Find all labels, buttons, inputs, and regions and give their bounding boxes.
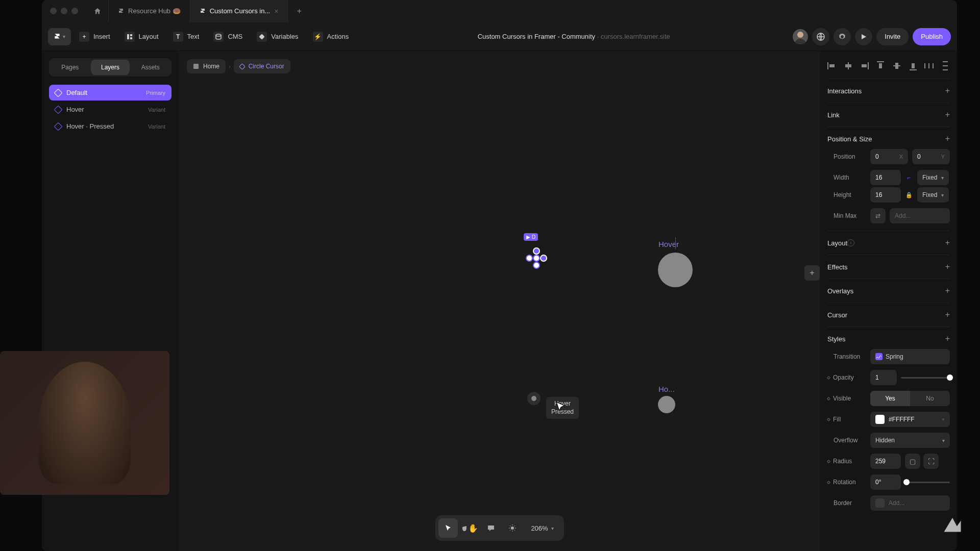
minmax-input[interactable]: Add... xyxy=(890,208,950,223)
add-interaction-button[interactable]: + xyxy=(945,86,950,95)
transition-select[interactable]: Spring xyxy=(870,349,950,364)
visible-toggle: Yes No xyxy=(870,391,950,406)
publish-button[interactable]: Publish xyxy=(913,28,951,45)
layer-label: Hover · Pressed xyxy=(66,122,114,130)
add-styles-button[interactable]: + xyxy=(945,334,950,343)
overflow-select[interactable]: Hidden▾ xyxy=(870,433,950,448)
add-cursor-button[interactable]: + xyxy=(945,310,950,319)
home-button[interactable] xyxy=(86,0,109,22)
traffic-close[interactable] xyxy=(50,8,57,14)
tab-resource-hub[interactable]: Resource Hub 🍩 xyxy=(109,0,190,22)
theme-toggle[interactable] xyxy=(502,518,522,538)
gear-icon xyxy=(838,33,846,41)
clear-fill-button[interactable]: × xyxy=(942,416,945,422)
align-right-icon[interactable] xyxy=(860,61,869,70)
info-icon[interactable]: i xyxy=(847,239,854,246)
variant-dot-icon xyxy=(827,417,830,421)
svg-rect-14 xyxy=(868,62,869,69)
align-bottom-icon[interactable] xyxy=(909,61,918,70)
radius-uniform-button[interactable]: ▢ xyxy=(905,454,920,469)
fill-swatch[interactable] xyxy=(875,415,885,424)
link-wh-icon[interactable]: ⌐ xyxy=(905,174,913,181)
layers-tab[interactable]: Layers xyxy=(91,60,130,75)
svg-point-9 xyxy=(510,527,513,530)
zoom-control[interactable]: 206%▾ xyxy=(524,524,560,532)
fill-input[interactable]: #FFFFFF × xyxy=(870,412,950,427)
tab-custom-cursors[interactable]: Custom Cursors in... × xyxy=(190,0,288,22)
chevron-down-icon: ▾ xyxy=(63,34,65,39)
hover-variant-circle[interactable] xyxy=(658,253,693,287)
assets-tab[interactable]: Assets xyxy=(131,60,170,75)
tab-add-button[interactable]: + xyxy=(288,0,310,22)
hand-icon xyxy=(460,524,468,532)
distribute-h-icon[interactable] xyxy=(924,61,934,70)
minmax-swap-button[interactable]: ⇄ xyxy=(870,208,886,223)
add-layout-button[interactable]: + xyxy=(945,238,950,247)
main-menu-button[interactable]: ▾ xyxy=(48,28,71,45)
height-input[interactable]: 16 xyxy=(870,187,901,203)
select-tool[interactable] xyxy=(438,518,457,538)
traffic-minimize[interactable] xyxy=(61,8,67,14)
visible-no[interactable]: No xyxy=(910,391,950,406)
cms-button[interactable]: CMS xyxy=(207,28,249,45)
width-input[interactable]: 16 xyxy=(870,170,901,185)
user-avatar[interactable] xyxy=(793,29,808,44)
layer-hover[interactable]: Hover Variant xyxy=(49,102,172,117)
insert-button[interactable]: +Insert xyxy=(73,28,116,45)
border-input[interactable]: Add... xyxy=(870,495,950,511)
opacity-slider[interactable] xyxy=(901,377,950,379)
add-variant-button[interactable]: + xyxy=(804,265,820,281)
rotation-input[interactable]: 0° xyxy=(870,474,901,490)
play-button[interactable] xyxy=(855,28,872,45)
height-mode-select[interactable]: Fixed▾ xyxy=(917,187,949,203)
layout-section-label: Layout xyxy=(827,239,847,247)
opacity-input[interactable]: 1 xyxy=(870,370,897,385)
component-icon xyxy=(239,63,246,70)
visible-yes[interactable]: Yes xyxy=(870,391,910,406)
small-preview-node[interactable] xyxy=(527,392,541,405)
tab-close-icon[interactable]: × xyxy=(274,7,278,15)
add-position-button[interactable]: + xyxy=(945,134,950,143)
layout-button[interactable]: Layout xyxy=(118,28,165,45)
svg-rect-21 xyxy=(912,63,915,68)
breadcrumb-current[interactable]: Circle Cursor xyxy=(234,59,290,73)
hover-pressed-variant-circle[interactable] xyxy=(658,396,675,413)
actions-button[interactable]: ⚡Actions xyxy=(307,28,355,45)
align-center-h-icon[interactable] xyxy=(844,61,853,70)
layer-default[interactable]: Default Primary xyxy=(49,85,172,101)
add-overlays-button[interactable]: + xyxy=(945,286,950,295)
add-effects-button[interactable]: + xyxy=(945,262,950,271)
variables-button[interactable]: Variables xyxy=(251,28,304,45)
svg-rect-16 xyxy=(877,61,884,62)
align-left-icon[interactable] xyxy=(827,61,837,70)
position-x-input[interactable]: 0X xyxy=(870,149,908,164)
add-link-button[interactable]: + xyxy=(945,110,950,119)
hover-pressed-variant-label[interactable]: Ho... xyxy=(658,385,675,393)
width-mode-select[interactable]: Fixed▾ xyxy=(917,170,949,185)
align-top-icon[interactable] xyxy=(876,61,885,70)
radius-individual-button[interactable]: ⛶ xyxy=(923,454,939,469)
svg-rect-22 xyxy=(924,63,925,68)
traffic-maximize[interactable] xyxy=(71,8,78,14)
position-y-input[interactable]: 0Y xyxy=(912,149,950,164)
radius-input[interactable]: 259 xyxy=(870,454,901,469)
insert-label: Insert xyxy=(93,33,110,40)
pages-tab[interactable]: Pages xyxy=(51,60,90,75)
hand-tool[interactable]: ✋ xyxy=(459,518,479,538)
rotation-slider[interactable] xyxy=(905,482,950,483)
breadcrumb-home[interactable]: Home xyxy=(187,59,226,73)
cursor-pointer-icon xyxy=(555,401,567,415)
align-center-v-icon[interactable] xyxy=(892,61,901,70)
comment-tool[interactable] xyxy=(481,518,500,538)
settings-button[interactable] xyxy=(834,28,851,45)
text-button[interactable]: TText xyxy=(167,28,206,45)
lock-wh-icon[interactable]: 🔒 xyxy=(905,192,913,198)
svg-point-5 xyxy=(797,32,803,38)
invite-button[interactable]: Invite xyxy=(876,28,909,45)
svg-rect-23 xyxy=(928,63,929,68)
layer-hover-pressed[interactable]: Hover · Pressed Variant xyxy=(49,118,172,134)
hover-variant-label[interactable]: Hover xyxy=(658,240,679,248)
globe-button[interactable] xyxy=(812,28,829,45)
distribute-v-icon[interactable] xyxy=(941,61,950,70)
border-swatch[interactable] xyxy=(875,498,885,508)
